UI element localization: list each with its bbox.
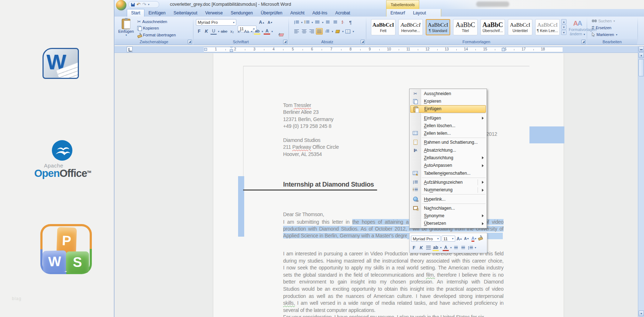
salutation[interactable]: Dear Sir Thomson, bbox=[283, 211, 324, 218]
clipboard-dialog-launcher[interactable]: ◢ bbox=[188, 40, 192, 44]
mini-italic-button[interactable]: K bbox=[418, 244, 424, 251]
mini-shrink-font-button[interactable]: A▼ bbox=[464, 235, 470, 242]
menu-item-kopieren[interactable]: Kopieren bbox=[410, 97, 487, 105]
shrink-font-button[interactable]: A▼ bbox=[267, 19, 273, 26]
font-name-combo[interactable]: Myriad Pro▾ bbox=[196, 19, 236, 26]
tab-acrobat[interactable]: Acrobat bbox=[331, 9, 354, 17]
multilevel-dropdown-icon[interactable]: ▾ bbox=[322, 21, 323, 24]
text-line[interactable]: 12371 Berlin, Germany bbox=[283, 116, 334, 123]
mini-format-painter-button[interactable] bbox=[478, 235, 484, 242]
mini-bullets-button[interactable] bbox=[467, 244, 473, 251]
mini-bullets-dropdown[interactable]: ▾ bbox=[475, 246, 476, 249]
mini-highlight-dropdown[interactable]: ▾ bbox=[440, 246, 442, 249]
underline-button[interactable]: U bbox=[210, 28, 217, 35]
text-line[interactable]: production as well as the nuances of Ame… bbox=[283, 293, 504, 300]
text-line[interactable]: 211 Parkway Office Circle bbox=[283, 144, 339, 151]
table-column-marker[interactable] bbox=[204, 48, 207, 51]
contextual-tab-layout[interactable]: Layout bbox=[409, 9, 430, 17]
text-line[interactable]: better environment to gain insight into … bbox=[283, 278, 504, 286]
paragraph-2[interactable]: I am interested in pursuing a career in … bbox=[283, 250, 504, 314]
scroll-down-icon[interactable]: ▼ bbox=[639, 311, 644, 316]
strikethrough-button[interactable]: abe bbox=[220, 28, 228, 35]
text-line[interactable]: I now seek the opportunity to apply my s… bbox=[283, 264, 504, 272]
style-chip--kein-lee-[interactable]: AaBbCcI¶ Kein Lee... bbox=[535, 19, 560, 35]
tab-überprüfen[interactable]: Überprüfen bbox=[257, 9, 286, 17]
replace-button[interactable]: ab acErsetzen bbox=[591, 25, 612, 30]
borders-dropdown-icon[interactable]: ▾ bbox=[353, 30, 354, 33]
text-line[interactable]: during my studies. Having mastered all t… bbox=[283, 258, 504, 265]
tab-stop-selector[interactable] bbox=[127, 46, 133, 52]
bullets-button[interactable] bbox=[293, 19, 300, 26]
menu-item-nummerierung[interactable]: Nummerierung bbox=[410, 186, 487, 194]
numbering-button[interactable] bbox=[304, 19, 310, 26]
save-icon[interactable] bbox=[131, 3, 135, 6]
menu-item-zellausrichtung[interactable]: Zellausrichtung bbox=[410, 154, 487, 161]
text-line[interactable]: Tom Tressler bbox=[283, 102, 334, 109]
font-dialog-launcher[interactable]: ◢ bbox=[283, 40, 287, 44]
mini-grow-font-button[interactable]: A▲ bbox=[456, 235, 462, 242]
mini-font-color-button[interactable]: A bbox=[443, 244, 449, 251]
shading-button[interactable] bbox=[334, 28, 341, 35]
tab-start[interactable]: Start bbox=[127, 9, 144, 17]
horizontal-ruler[interactable]: 123456789101112131415161718 bbox=[115, 46, 638, 53]
mini-font-color-dropdown[interactable]: ▾ bbox=[450, 246, 452, 249]
qat-customize-icon[interactable]: ▾ bbox=[148, 3, 149, 6]
line-spacing-button[interactable]: ↕ bbox=[324, 28, 330, 35]
style-chip-untertitel[interactable]: AaBbCcIUntertitel bbox=[508, 19, 532, 35]
superscript-button[interactable]: x² bbox=[236, 28, 242, 35]
style-chip-hervorhe-[interactable]: AaBbCcIHervorhe... bbox=[398, 19, 423, 35]
gallery-expand-icon[interactable]: ▼ bbox=[561, 30, 567, 35]
paste-dropdown-icon[interactable]: ▾ bbox=[125, 34, 127, 37]
text-line[interactable]: skills, I am well versed in a wide range… bbox=[283, 300, 504, 307]
letter-date[interactable]: 2012 bbox=[486, 131, 497, 138]
format-painter-button[interactable]: Format übertragen bbox=[136, 32, 177, 37]
mini-highlight-button[interactable]: ab bbox=[433, 244, 439, 251]
change-case-button[interactable]: Aa bbox=[243, 28, 250, 35]
text-line[interactable]: Berliner Allee 23 bbox=[283, 109, 334, 116]
menu-item-hyperlink-[interactable]: Hyperlink... bbox=[410, 195, 487, 203]
menu-item-rahmen-und-schattierung-[interactable]: Rahmen und Schattierung... bbox=[410, 139, 487, 146]
closing-paragraph-partial[interactable]: For your consideration, I have enclosed … bbox=[283, 314, 504, 317]
scrollbar-split-box[interactable]: ▬ bbox=[639, 46, 644, 52]
select-button[interactable]: Markieren▾ bbox=[591, 32, 618, 37]
shading-dropdown-icon[interactable]: ▾ bbox=[342, 30, 344, 33]
vertical-scrollbar[interactable]: ▬ ▲ ▼ bbox=[638, 46, 644, 317]
grow-font-button[interactable]: A▲ bbox=[258, 19, 265, 26]
menu-item-tabelleneigenschaften-[interactable]: Tabelleneigenschaften... bbox=[410, 169, 487, 177]
text-line[interactable]: Diamond Studios bbox=[283, 137, 339, 144]
tab-ansicht[interactable]: Ansicht bbox=[286, 9, 308, 17]
change-case-dropdown-icon[interactable]: ▾ bbox=[251, 30, 252, 33]
numbering-dropdown-icon[interactable]: ▾ bbox=[312, 21, 313, 24]
multilevel-list-button[interactable] bbox=[314, 19, 321, 26]
menu-item-absatzrichtung-[interactable]: ||AAbsatzrichtung... bbox=[410, 146, 487, 154]
copy-button[interactable]: Kopieren bbox=[136, 26, 160, 31]
gallery-up-icon[interactable]: ▲ bbox=[561, 19, 567, 24]
recipient-address-block[interactable]: Diamond Studios211 Parkway Office Circle… bbox=[283, 137, 339, 158]
font-color-button[interactable]: A bbox=[264, 28, 270, 35]
scroll-up-icon[interactable]: ▲ bbox=[639, 52, 644, 58]
show-marks-button[interactable]: ¶ bbox=[347, 19, 354, 26]
menu-item-übersetzen[interactable]: Übersetzen bbox=[410, 220, 487, 227]
tab-sendungen[interactable]: Sendungen bbox=[227, 9, 256, 17]
style-chip-titel[interactable]: AaBbCTitel bbox=[453, 19, 478, 35]
office-button[interactable] bbox=[116, 0, 126, 10]
hanging-indent-marker[interactable] bbox=[230, 49, 233, 52]
clear-formatting-button[interactable]: A bbox=[276, 32, 283, 36]
gallery-down-icon[interactable]: ▼ bbox=[561, 24, 567, 30]
menu-item-nachschlagen-[interactable]: Nachschlagen... bbox=[410, 204, 487, 212]
menu-item-ausschneiden[interactable]: ✂Ausschneiden bbox=[410, 90, 487, 97]
font-color-dropdown-icon[interactable]: ▾ bbox=[271, 30, 273, 33]
tab-einfügen[interactable]: Einfügen bbox=[144, 9, 169, 17]
paragraph-dialog-launcher[interactable]: ◢ bbox=[361, 40, 365, 44]
menu-item-einfügen[interactable]: Einfügen bbox=[410, 105, 486, 113]
style-chip-fett[interactable]: AaBbCcIFett bbox=[371, 19, 395, 35]
mini-justify-button[interactable] bbox=[425, 244, 431, 251]
scrollbar-thumb[interactable] bbox=[639, 59, 644, 76]
highlight-dropdown-icon[interactable]: ▾ bbox=[261, 30, 263, 33]
tab-add-ins[interactable]: Add-Ins bbox=[308, 9, 331, 17]
menu-item-autoanpassen[interactable]: AutoAnpassen bbox=[410, 162, 487, 169]
borders-button[interactable] bbox=[345, 28, 351, 35]
line-spacing-dropdown-icon[interactable]: ▾ bbox=[332, 30, 333, 33]
increase-indent-button[interactable] bbox=[332, 19, 339, 26]
sender-address-block[interactable]: Tom TresslerBerliner Allee 2312371 Berli… bbox=[283, 102, 334, 130]
